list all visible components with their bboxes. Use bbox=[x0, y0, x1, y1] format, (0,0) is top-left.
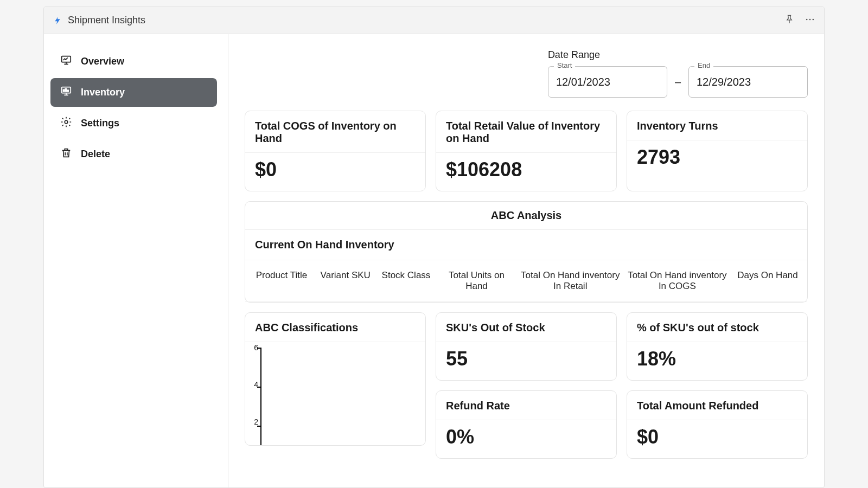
kpi-card-cogs: Total COGS of Inventory on Hand $0 bbox=[245, 111, 426, 191]
svg-rect-7 bbox=[67, 90, 68, 92]
kpi-value: $106208 bbox=[436, 153, 616, 191]
kpi-card-refund-rate: Refund Rate 0% bbox=[436, 390, 617, 459]
kpi-card-retail: Total Retail Value of Inventory on Hand … bbox=[436, 111, 617, 191]
app-title: Shipment Insights bbox=[68, 15, 145, 26]
date-end-legend: End bbox=[694, 61, 713, 69]
more-icon[interactable] bbox=[805, 14, 815, 27]
kpi-card-refund-amount: Total Amount Refunded $0 bbox=[627, 390, 808, 459]
sidebar-item-label: Delete bbox=[81, 149, 110, 160]
trash-icon bbox=[60, 147, 72, 162]
kpi-card-turns: Inventory Turns 2793 bbox=[627, 111, 808, 191]
gear-icon bbox=[60, 116, 72, 131]
kpi-value: 2793 bbox=[627, 140, 807, 178]
inventory-icon bbox=[60, 85, 72, 100]
sidebar-item-inventory[interactable]: Inventory bbox=[50, 78, 217, 107]
sidebar-item-delete[interactable]: Delete bbox=[50, 140, 217, 169]
abc-table-header: Product Title Variant SKU Stock Class To… bbox=[245, 260, 807, 302]
sidebar-item-label: Overview bbox=[81, 56, 124, 67]
kpi-title: Total COGS of Inventory on Hand bbox=[245, 111, 425, 153]
overview-icon bbox=[60, 54, 72, 69]
col-onhand-cogs: Total On Hand inventory In COGS bbox=[624, 270, 730, 292]
svg-point-8 bbox=[65, 120, 68, 124]
abc-title: ABC Analysis bbox=[245, 202, 807, 230]
col-product-title: Product Title bbox=[252, 270, 311, 292]
kpi-title: Total Amount Refunded bbox=[627, 391, 807, 420]
svg-rect-5 bbox=[63, 89, 65, 92]
col-variant-sku: Variant SKU bbox=[316, 270, 375, 292]
date-range-separator: – bbox=[675, 76, 681, 88]
svg-rect-6 bbox=[65, 88, 66, 92]
date-range: Date Range Start – End bbox=[548, 49, 808, 98]
kpi-title: Total Retail Value of Inventory on Hand bbox=[436, 111, 616, 153]
date-end-field[interactable]: End bbox=[688, 66, 808, 98]
topbar: Shipment Insights bbox=[44, 7, 824, 34]
date-range-label: Date Range bbox=[548, 49, 808, 61]
sidebar-item-label: Inventory bbox=[81, 87, 125, 98]
chart-title: ABC Classifications bbox=[245, 313, 425, 342]
date-start-field[interactable]: Start bbox=[548, 66, 667, 98]
kpi-title: Inventory Turns bbox=[627, 111, 807, 140]
abc-subtitle: Current On Hand Inventory bbox=[245, 230, 807, 260]
col-stock-class: Stock Class bbox=[380, 270, 433, 292]
date-end-input[interactable] bbox=[697, 76, 800, 88]
kpi-card-sku-out: SKU's Out of Stock 55 bbox=[436, 312, 617, 381]
y-tick-2: 2 bbox=[254, 418, 258, 426]
col-total-units: Total Units on Hand bbox=[437, 270, 516, 292]
pin-icon[interactable] bbox=[784, 14, 795, 27]
app-logo-icon bbox=[53, 16, 62, 25]
sidebar-item-label: Settings bbox=[81, 118, 119, 129]
kpi-value: $0 bbox=[627, 420, 807, 458]
kpi-value: $0 bbox=[245, 153, 425, 191]
kpi-value: 55 bbox=[436, 342, 616, 380]
col-onhand-retail: Total On Hand inventory In Retail bbox=[521, 270, 620, 292]
kpi-card-pct-out: % of SKU's out of stock 18% bbox=[627, 312, 808, 381]
sidebar-item-overview[interactable]: Overview bbox=[50, 47, 217, 76]
col-days-on-hand: Days On Hand bbox=[735, 270, 801, 292]
svg-point-2 bbox=[813, 18, 814, 20]
svg-point-1 bbox=[809, 18, 811, 20]
kpi-value: 0% bbox=[436, 420, 616, 458]
main-content: Date Range Start – End bbox=[228, 34, 824, 487]
kpi-value: 18% bbox=[627, 342, 807, 380]
sidebar: Overview Inventory Settings bbox=[44, 34, 228, 487]
kpi-title: % of SKU's out of stock bbox=[627, 313, 807, 342]
kpi-title: Refund Rate bbox=[436, 391, 616, 420]
date-start-input[interactable] bbox=[556, 76, 659, 88]
date-start-legend: Start bbox=[554, 61, 575, 69]
abc-analysis-card: ABC Analysis Current On Hand Inventory P… bbox=[245, 201, 808, 303]
bar-chart: 6 4 2 bbox=[245, 342, 425, 445]
abc-classifications-card: ABC Classifications 6 4 2 bbox=[245, 312, 426, 446]
svg-point-0 bbox=[806, 18, 808, 20]
kpi-title: SKU's Out of Stock bbox=[436, 313, 616, 342]
sidebar-item-settings[interactable]: Settings bbox=[50, 109, 217, 138]
